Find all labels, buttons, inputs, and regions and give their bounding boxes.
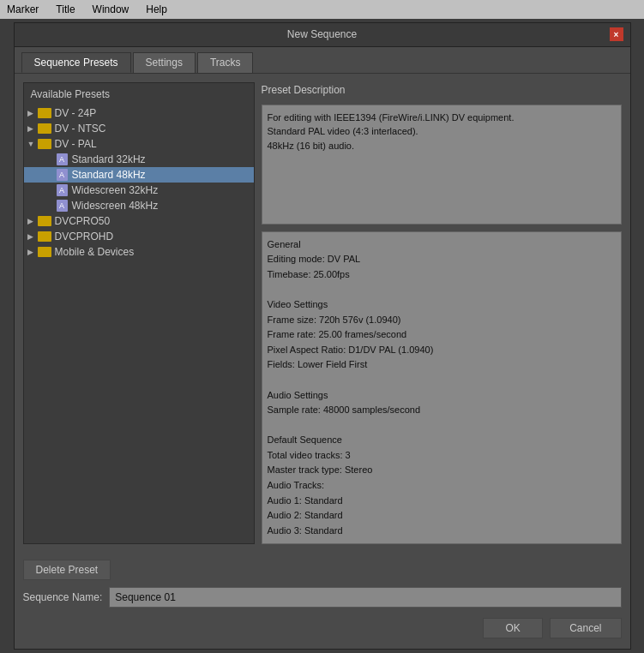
tab-tracks[interactable]: Tracks — [197, 52, 254, 73]
file-icon: A — [57, 184, 68, 196]
delete-preset-button[interactable]: Delete Preset — [23, 560, 111, 580]
file-icon: A — [57, 200, 68, 212]
folder-icon — [38, 216, 51, 226]
tree-label-std32khz: Standard 32kHz — [72, 153, 146, 165]
tree-item-mobile[interactable]: ▶ Mobile & Devices — [24, 244, 254, 260]
tree-label-wide32khz: Widescreen 32kHz — [72, 184, 159, 196]
collapse-arrow: ▶ — [27, 124, 38, 133]
preset-description-text: For editing with IEEE1394 (FireWire/i.LI… — [268, 112, 515, 151]
tree-item-dv24p[interactable]: ▶ DV - 24P — [24, 105, 254, 121]
folder-icon — [38, 247, 51, 257]
menu-title[interactable]: Title — [52, 2, 78, 17]
tree-item-wide32khz[interactable]: A Widescreen 32kHz — [24, 183, 254, 198]
file-icon: A — [57, 153, 68, 165]
tree-label-mobile: Mobile & Devices — [55, 246, 135, 258]
delete-row: Delete Preset — [23, 560, 622, 580]
preset-info-text: General Editing mode: DV PAL Timebase: 2… — [268, 239, 434, 536]
tree-item-std48khz[interactable]: A Standard 48kHz — [24, 167, 254, 183]
collapse-arrow: ▶ — [27, 109, 38, 117]
tree-item-dvcpro50[interactable]: ▶ DVCPRO50 — [24, 213, 254, 229]
collapse-arrow: ▶ — [27, 217, 38, 225]
menu-window[interactable]: Window — [89, 2, 133, 17]
folder-icon — [38, 231, 51, 242]
collapse-arrow: ▶ — [27, 248, 38, 256]
tree-item-wide48khz[interactable]: A Widescreen 48kHz — [24, 198, 254, 213]
tab-sequence-presets[interactable]: Sequence Presets — [21, 52, 131, 73]
dialog-titlebar: New Sequence × — [15, 23, 630, 47]
tree-label-dv24p: DV - 24P — [55, 107, 97, 119]
tree-label-dvntsc: DV - NTSC — [55, 123, 106, 135]
ok-cancel-row: OK Cancel — [23, 614, 622, 642]
dialog-overlay: New Sequence × Sequence Presets Settings… — [0, 19, 644, 653]
tab-bar: Sequence Presets Settings Tracks — [15, 47, 630, 74]
preset-info-box: General Editing mode: DV PAL Timebase: 2… — [262, 231, 622, 545]
tree-label-dvcprohd: DVCPROHD — [55, 231, 114, 243]
preset-tree[interactable]: ▶ DV - 24P ▶ DV - NTSC ▼ DV - PAL — [24, 104, 254, 544]
sequence-name-row: Sequence Name: — [23, 587, 622, 608]
tree-item-dvpal[interactable]: ▼ DV - PAL — [24, 136, 254, 152]
folder-icon — [38, 108, 51, 118]
menu-bar: Marker Title Window Help — [0, 0, 644, 19]
tab-settings[interactable]: Settings — [133, 52, 196, 73]
dialog-bottom: Delete Preset Sequence Name: OK Cancel — [15, 553, 630, 649]
preset-description-header: Preset Description — [262, 82, 622, 98]
left-panel: Available Presets ▶ DV - 24P ▶ DV - NTSC — [23, 82, 255, 545]
collapse-arrow: ▶ — [27, 232, 38, 241]
tree-label-dvcpro50: DVCPRO50 — [55, 215, 111, 227]
close-button[interactable]: × — [610, 27, 623, 41]
new-sequence-dialog: New Sequence × Sequence Presets Settings… — [14, 22, 631, 650]
dialog-title: New Sequence — [35, 28, 610, 40]
sequence-name-input[interactable] — [109, 587, 621, 608]
tree-label-wide48khz: Widescreen 48kHz — [72, 200, 159, 212]
tree-item-dvcprohd[interactable]: ▶ DVCPROHD — [24, 229, 254, 244]
cancel-button[interactable]: Cancel — [550, 618, 621, 638]
sequence-name-label: Sequence Name: — [23, 591, 103, 603]
tree-label-std48khz: Standard 48kHz — [72, 169, 146, 181]
menu-marker[interactable]: Marker — [3, 2, 42, 17]
folder-icon — [38, 123, 51, 134]
preset-description-box: For editing with IEEE1394 (FireWire/i.LI… — [262, 105, 622, 225]
file-icon: A — [57, 169, 68, 181]
collapse-arrow: ▼ — [27, 140, 38, 148]
menu-help[interactable]: Help — [142, 2, 171, 17]
right-panel: Preset Description For editing with IEEE… — [262, 82, 622, 545]
dialog-content: Available Presets ▶ DV - 24P ▶ DV - NTSC — [15, 74, 630, 554]
available-presets-header: Available Presets — [24, 83, 254, 104]
tree-item-dvntsc[interactable]: ▶ DV - NTSC — [24, 121, 254, 136]
ok-button[interactable]: OK — [483, 618, 543, 638]
tree-item-std32khz[interactable]: A Standard 32kHz — [24, 152, 254, 167]
folder-icon — [38, 139, 51, 149]
tree-label-dvpal: DV - PAL — [55, 138, 97, 150]
